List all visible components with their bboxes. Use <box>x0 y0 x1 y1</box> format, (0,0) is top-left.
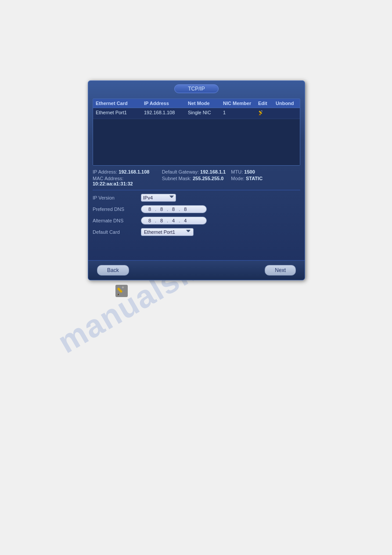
back-button[interactable]: Back <box>97 265 129 276</box>
svg-marker-3 <box>261 110 263 112</box>
ip-version-dropdown[interactable]: IPv4 <box>141 194 176 202</box>
alternate-dns-octet-3[interactable] <box>169 218 178 223</box>
info-mac: MAC Address: 10:22:aa:a1:31:32 <box>93 176 162 186</box>
next-button[interactable]: Next <box>265 265 296 276</box>
default-card-dropdown[interactable]: Ethernet Port1 <box>141 228 194 236</box>
preferred-dns-row: Preferred DNS . . . <box>93 205 300 213</box>
row-nic: 1 <box>220 110 255 117</box>
table-body: Ethernet Port1 192.168.1.108 Single NIC … <box>93 108 300 165</box>
ip-version-arrow-icon <box>169 196 174 200</box>
dialog-title: TCP/IP <box>174 84 219 93</box>
alternate-dns-field[interactable]: . . . <box>141 217 207 225</box>
preferred-dns-octet-3[interactable] <box>169 207 178 212</box>
info-gateway: Default Gateway: 192.168.1.1 <box>162 169 231 174</box>
page-wrapper: manualslib.com TCP/IP Ethernet Card IP A… <box>0 0 392 555</box>
mtu-value: 1500 <box>244 169 255 174</box>
ip-version-label: IP Version <box>93 195 141 200</box>
info-row-1: IP Address: 192.168.1.108 Default Gatewa… <box>93 169 300 174</box>
preferred-dns-label: Preferred DNS <box>93 207 141 212</box>
table-row[interactable]: Ethernet Port1 192.168.1.108 Single NIC … <box>93 108 300 119</box>
net-mode-header: Net Mode <box>185 101 220 106</box>
row-netmode: Single NIC <box>185 110 220 117</box>
network-form: IP Version IPv4 Preferred DNS . . . <box>93 194 300 236</box>
info-mtu: MTU: 1500 <box>231 169 300 174</box>
ethernet-card-header: Ethernet Card <box>93 101 141 106</box>
row-unbond <box>273 110 299 117</box>
table-header-row: Ethernet Card IP Address Net Mode NIC Me… <box>93 99 300 108</box>
mtu-label: MTU: <box>231 169 243 174</box>
ip-label: IP Address: <box>93 169 117 174</box>
subnet-label: Subnet Mask: <box>162 176 191 181</box>
dialog-title-bar: TCP/IP <box>88 81 305 96</box>
ip-value: 192.168.1.108 <box>119 169 149 174</box>
subnet-value: 255.255.255.0 <box>193 176 223 181</box>
network-table: Ethernet Card IP Address Net Mode NIC Me… <box>93 98 300 166</box>
default-card-row: Default Card Ethernet Port1 <box>93 228 300 236</box>
gateway-label: Default Gateway: <box>162 169 199 174</box>
nic-member-header: NIC Member <box>220 101 255 106</box>
alternate-dns-row: Alternate DNS . . . <box>93 217 300 225</box>
alternate-dns-octet-2[interactable] <box>157 218 166 223</box>
info-subnet: Subnet Mask: 255.255.255.0 <box>162 176 231 186</box>
info-mode: Mode: STATIC <box>231 176 300 186</box>
alternate-dns-label: Alternate DNS <box>93 218 141 223</box>
preferred-dns-octet-4[interactable] <box>180 207 190 212</box>
mode-label: Mode: <box>231 176 245 181</box>
mac-value: 10:22:aa:a1:31:32 <box>93 181 133 186</box>
preferred-dns-octet-1[interactable] <box>145 207 155 212</box>
dialog-footer: Back Next <box>88 260 305 280</box>
preferred-dns-octet-2[interactable] <box>157 207 166 212</box>
standalone-edit-icon[interactable] <box>115 285 128 297</box>
mac-label: MAC Address: <box>93 176 123 181</box>
tcp-ip-dialog: TCP/IP Ethernet Card IP Address Net Mode… <box>88 80 305 280</box>
default-card-arrow-icon <box>186 230 191 234</box>
info-row-2: MAC Address: 10:22:aa:a1:31:32 Subnet Ma… <box>93 176 300 186</box>
edit-header: Edit <box>255 101 273 106</box>
mode-value: STATIC <box>246 176 263 181</box>
info-ip: IP Address: 192.168.1.108 <box>93 169 162 174</box>
network-info: IP Address: 192.168.1.108 Default Gatewa… <box>93 169 300 186</box>
alternate-dns-octet-1[interactable] <box>145 218 155 223</box>
ip-address-header: IP Address <box>141 101 185 106</box>
preferred-dns-field[interactable]: . . . <box>141 205 207 213</box>
ip-version-value: IPv4 <box>143 195 168 200</box>
row-ethernet: Ethernet Port1 <box>93 110 141 117</box>
gateway-value: 192.168.1.1 <box>200 169 226 174</box>
divider <box>93 190 300 190</box>
ip-version-row: IP Version IPv4 <box>93 194 300 202</box>
unbond-header: Unbond <box>273 101 299 106</box>
alternate-dns-octet-4[interactable] <box>180 218 190 223</box>
default-card-value: Ethernet Port1 <box>144 229 184 235</box>
edit-pencil-icon[interactable] <box>258 110 264 116</box>
default-card-label: Default Card <box>93 229 141 235</box>
row-ip: 192.168.1.108 <box>141 110 185 117</box>
row-edit[interactable] <box>255 110 273 117</box>
